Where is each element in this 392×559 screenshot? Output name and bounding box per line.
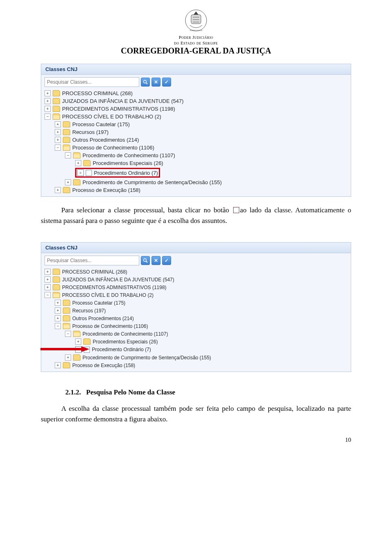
cancel-icon[interactable]: ✕ bbox=[151, 78, 160, 87]
folder-icon bbox=[73, 354, 80, 361]
collapse-icon[interactable]: − bbox=[65, 331, 71, 337]
tree-item[interactable]: Procedimento Ordinário (7) bbox=[94, 170, 158, 176]
expand-icon[interactable]: + bbox=[55, 300, 61, 306]
tree-item[interactable]: Procedimentos Especiais (26) bbox=[93, 160, 163, 166]
folder-open-icon bbox=[73, 152, 80, 158]
search-row: ✕ ✓ bbox=[45, 256, 347, 265]
panel-title: Classes CNJ bbox=[41, 64, 351, 75]
expand-icon[interactable]: + bbox=[75, 339, 81, 345]
folder-icon bbox=[63, 129, 70, 135]
expand-icon[interactable]: + bbox=[65, 354, 71, 361]
class-tree: +PROCESSO CRIMINAL (268) +JUIZADOS DA IN… bbox=[45, 89, 347, 194]
tree-item[interactable]: JUIZADOS DA INFÂNCIA E DA JUVENTUDE (547… bbox=[62, 98, 184, 104]
expand-icon[interactable]: + bbox=[55, 129, 61, 135]
tree-item[interactable]: PROCEDIMENTOS ADMINISTRATIVOS (1198) bbox=[62, 285, 167, 290]
svg-rect-1 bbox=[191, 15, 201, 24]
tree-item[interactable]: Procedimento de Cumprimento de Sentença/… bbox=[82, 355, 211, 361]
ok-icon[interactable]: ✓ bbox=[162, 256, 171, 265]
tree-item[interactable]: Outros Procedimentos (214) bbox=[72, 316, 134, 321]
svg-line-6 bbox=[146, 261, 147, 263]
expand-icon[interactable]: + bbox=[75, 160, 81, 166]
svg-text:IUSTITIA ET PAX: IUSTITIA ET PAX bbox=[189, 29, 202, 31]
expand-icon[interactable]: + bbox=[65, 179, 71, 185]
folder-open-icon bbox=[53, 114, 60, 120]
ministry-line2: do Estado de Sergipe bbox=[41, 40, 351, 45]
document-icon: ≡ bbox=[77, 169, 84, 176]
expand-icon[interactable]: + bbox=[45, 269, 51, 275]
tree-item[interactable]: Processo de Conhecimento (1106) bbox=[72, 145, 154, 151]
search-input[interactable] bbox=[45, 256, 139, 265]
classes-panel-2: Classes CNJ ✕ ✓ +PROCESSO CRIMINAL (268)… bbox=[41, 242, 351, 372]
class-tree: +PROCESSO CRIMINAL (268) +JUIZADOS DA IN… bbox=[45, 268, 347, 369]
tree-item[interactable]: Processo de Execução (158) bbox=[72, 187, 140, 193]
tree-item[interactable]: Recursos (197) bbox=[72, 308, 106, 314]
expand-icon[interactable]: + bbox=[45, 276, 51, 283]
paragraph-2: A escolha da classe processual também po… bbox=[41, 403, 351, 424]
classes-panel-1: Classes CNJ ✕ ✓ +PROCESSO CRIMINAL (268)… bbox=[41, 64, 351, 197]
tree-item[interactable]: JUIZADOS DA INFÂNCIA E DA JUVENTUDE (547… bbox=[62, 277, 174, 283]
svg-line-4 bbox=[146, 83, 147, 84]
section-body: A escolha da classe processual também po… bbox=[41, 405, 351, 423]
section-title: Pesquisa Pelo Nome da Classe bbox=[86, 388, 175, 396]
folder-icon bbox=[53, 269, 60, 275]
tree-item[interactable]: Processo de Conhecimento (1106) bbox=[72, 323, 148, 329]
page-number: 10 bbox=[41, 437, 351, 443]
tree-item[interactable]: Procedimento Ordinário (7) bbox=[92, 347, 151, 352]
search-icon[interactable] bbox=[141, 78, 150, 87]
ministry-line1: Poder Judiciário bbox=[41, 35, 351, 40]
folder-open-icon bbox=[63, 323, 70, 329]
search-row: ✕ ✓ bbox=[45, 77, 347, 87]
tree-item[interactable]: Procedimento de Cumprimento de Sentença/… bbox=[82, 179, 222, 185]
collapse-icon[interactable]: − bbox=[55, 145, 61, 151]
expand-icon[interactable]: + bbox=[55, 137, 61, 143]
folder-icon bbox=[83, 160, 91, 166]
tree-item[interactable]: Procedimento de Conhecimento (1107) bbox=[82, 331, 168, 337]
expand-icon[interactable]: + bbox=[55, 187, 61, 193]
folder-icon bbox=[63, 121, 70, 127]
tree-item[interactable]: PROCEDIMENTOS ADMINISTRATIVOS (1198) bbox=[62, 106, 175, 112]
paragraph-1: Para selecionar a classe processual, bas… bbox=[41, 205, 351, 226]
folder-icon bbox=[63, 187, 70, 193]
checkbox-checked[interactable]: ✓ bbox=[84, 347, 90, 353]
cancel-icon[interactable]: ✕ bbox=[151, 256, 160, 265]
section-heading: 2.1.2. Pesquisa Pelo Nome da Classe bbox=[65, 388, 351, 396]
svg-point-5 bbox=[144, 259, 147, 262]
expand-icon[interactable]: + bbox=[55, 307, 61, 314]
folder-icon bbox=[63, 307, 70, 314]
expand-icon[interactable]: + bbox=[45, 106, 51, 112]
expand-icon[interactable]: + bbox=[55, 315, 61, 321]
tree-item[interactable]: Processo Cautelar (175) bbox=[72, 300, 125, 306]
expand-icon[interactable]: + bbox=[45, 98, 51, 104]
tree-item[interactable]: PROCESSO CRIMINAL (268) bbox=[62, 269, 127, 275]
panel-title: Classes CNJ bbox=[41, 243, 351, 253]
tree-item[interactable]: PROCESSO CÍVEL E DO TRABALHO (2) bbox=[62, 114, 161, 120]
search-icon[interactable] bbox=[141, 256, 150, 265]
tree-item[interactable]: PROCESSO CÍVEL E DO TRABALHO (2) bbox=[62, 292, 154, 298]
tree-item[interactable]: Outros Procedimentos (214) bbox=[72, 137, 139, 143]
expand-icon[interactable]: + bbox=[55, 362, 61, 368]
tree-item[interactable]: PROCESSO CRIMINAL (268) bbox=[62, 90, 133, 96]
tree-item[interactable]: Procedimento de Conhecimento (1107) bbox=[82, 152, 175, 158]
tree-item[interactable]: Processo de Execução (158) bbox=[72, 363, 135, 368]
folder-icon bbox=[63, 362, 70, 368]
folder-open-icon bbox=[63, 145, 70, 151]
collapse-icon[interactable]: − bbox=[55, 323, 61, 329]
ok-icon[interactable]: ✓ bbox=[162, 78, 171, 87]
tree-item[interactable]: Recursos (197) bbox=[72, 129, 109, 135]
expand-icon[interactable]: + bbox=[45, 90, 51, 96]
collapse-icon[interactable]: − bbox=[65, 152, 71, 158]
expand-icon[interactable]: + bbox=[55, 121, 61, 127]
svg-point-3 bbox=[144, 80, 147, 83]
collapse-icon[interactable]: − bbox=[45, 114, 51, 120]
section-number: 2.1.2. bbox=[65, 388, 81, 396]
tree-item[interactable]: Procedimentos Especiais (26) bbox=[93, 339, 158, 345]
collapse-icon[interactable]: − bbox=[45, 292, 51, 298]
para1-text-a: Para selecionar a classe processual, bas… bbox=[61, 206, 232, 214]
search-input[interactable] bbox=[45, 77, 139, 87]
highlighted-item: ≡ Procedimento Ordinário (7) bbox=[75, 168, 160, 178]
checkbox-unchecked[interactable] bbox=[86, 170, 92, 176]
folder-icon bbox=[83, 339, 91, 345]
tree-item[interactable]: Processo Cautelar (175) bbox=[72, 121, 130, 127]
folder-open-icon bbox=[53, 292, 60, 298]
expand-icon[interactable]: + bbox=[45, 284, 51, 290]
